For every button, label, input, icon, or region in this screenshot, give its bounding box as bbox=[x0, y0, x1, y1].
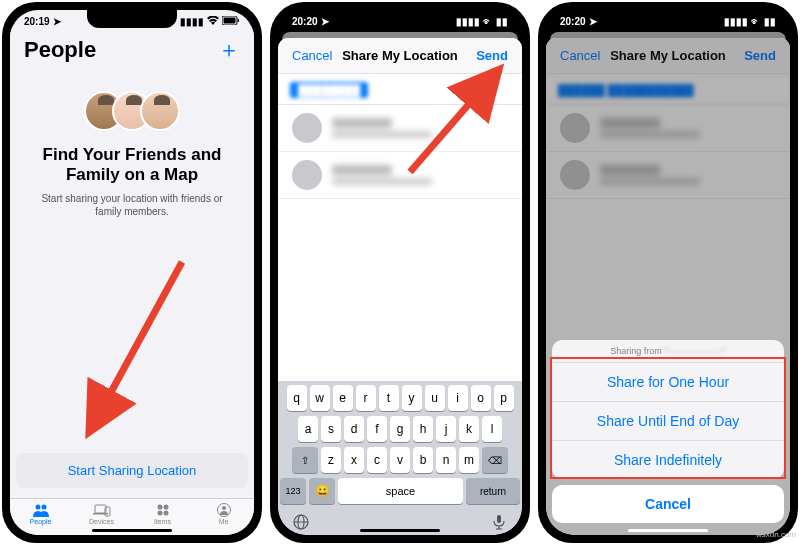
contact-suggestions bbox=[278, 105, 522, 199]
wifi-icon bbox=[207, 16, 219, 27]
tab-label: Devices bbox=[89, 518, 114, 525]
key-p[interactable]: p bbox=[494, 385, 514, 411]
svg-rect-2 bbox=[238, 19, 240, 22]
home-indicator[interactable] bbox=[628, 529, 708, 532]
notch bbox=[623, 10, 713, 28]
globe-icon[interactable] bbox=[292, 513, 310, 531]
notch bbox=[87, 10, 177, 28]
battery-icon: ▮▮ bbox=[764, 16, 776, 27]
key-o[interactable]: o bbox=[471, 385, 491, 411]
key-j[interactable]: j bbox=[436, 416, 456, 442]
key-shift[interactable]: ⇧ bbox=[292, 447, 318, 473]
watermark: wsxdn.com bbox=[756, 530, 796, 539]
phone-3: 20:20➤ ▮▮▮▮ᯤ▮▮ Cancel Share My Location … bbox=[538, 2, 798, 543]
key-delete[interactable]: ⌫ bbox=[482, 447, 508, 473]
wifi-icon: ᯤ bbox=[751, 16, 761, 27]
signal-icon: ▮▮▮▮ bbox=[724, 16, 748, 27]
key-b[interactable]: b bbox=[413, 447, 433, 473]
key-v[interactable]: v bbox=[390, 447, 410, 473]
svg-point-9 bbox=[163, 505, 168, 510]
screen-action-sheet: 20:20➤ ▮▮▮▮ᯤ▮▮ Cancel Share My Location … bbox=[546, 10, 790, 535]
key-r[interactable]: r bbox=[356, 385, 376, 411]
share-end-of-day[interactable]: Share Until End of Day bbox=[552, 402, 784, 441]
memoji-row bbox=[90, 91, 174, 131]
svg-point-11 bbox=[163, 511, 168, 516]
key-s[interactable]: s bbox=[321, 416, 341, 442]
key-space[interactable]: space bbox=[338, 478, 463, 504]
contact-row[interactable] bbox=[278, 152, 522, 199]
add-button[interactable]: ＋ bbox=[218, 35, 240, 65]
start-sharing-button[interactable]: Start Sharing Location bbox=[16, 453, 248, 488]
home-indicator[interactable] bbox=[360, 529, 440, 532]
send-button[interactable]: Send bbox=[464, 48, 508, 63]
svg-rect-6 bbox=[93, 513, 108, 515]
modal-card: Cancel Share My Location Send ██████ ███… bbox=[546, 38, 790, 535]
subtext: Start sharing your location with friends… bbox=[28, 192, 236, 218]
mic-icon[interactable] bbox=[490, 513, 508, 531]
contact-row[interactable] bbox=[278, 105, 522, 152]
key-c[interactable]: c bbox=[367, 447, 387, 473]
key-u[interactable]: u bbox=[425, 385, 445, 411]
notch bbox=[355, 10, 445, 28]
tab-me[interactable]: Me bbox=[193, 503, 254, 525]
me-icon bbox=[215, 503, 233, 517]
people-icon bbox=[32, 503, 50, 517]
key-i[interactable]: i bbox=[448, 385, 468, 411]
modal-card: Cancel Share My Location Send ████████ bbox=[278, 38, 522, 535]
key-a[interactable]: a bbox=[298, 416, 318, 442]
share-indefinitely[interactable]: Share Indefinitely bbox=[552, 441, 784, 479]
battery-icon: ▮▮ bbox=[496, 16, 508, 27]
svg-rect-5 bbox=[95, 505, 106, 513]
key-z[interactable]: z bbox=[321, 447, 341, 473]
key-m[interactable]: m bbox=[459, 447, 479, 473]
battery-icon bbox=[222, 16, 240, 27]
keyboard[interactable]: qwertyuiop asdfghjkl ⇧zxcvbnm⌫ 123 😀 spa… bbox=[278, 381, 522, 535]
headline: Find Your Friends and Family on a Map bbox=[28, 145, 236, 186]
share-one-hour[interactable]: Share for One Hour bbox=[552, 363, 784, 402]
key-numbers[interactable]: 123 bbox=[280, 478, 306, 504]
key-g[interactable]: g bbox=[390, 416, 410, 442]
home-indicator[interactable] bbox=[92, 529, 172, 532]
tab-items[interactable]: Items bbox=[132, 503, 193, 525]
svg-point-3 bbox=[35, 505, 40, 510]
key-l[interactable]: l bbox=[482, 416, 502, 442]
modal-header: Cancel Share My Location Send bbox=[278, 38, 522, 74]
location-arrow-icon: ➤ bbox=[321, 16, 329, 27]
key-x[interactable]: x bbox=[344, 447, 364, 473]
sheet-cancel[interactable]: Cancel bbox=[552, 485, 784, 523]
recipients-field[interactable]: ████████ bbox=[278, 74, 522, 105]
key-k[interactable]: k bbox=[459, 416, 479, 442]
key-n[interactable]: n bbox=[436, 447, 456, 473]
svg-rect-1 bbox=[224, 18, 236, 24]
screen-share-modal: 20:20➤ ▮▮▮▮ᯤ▮▮ Cancel Share My Location … bbox=[278, 10, 522, 535]
key-h[interactable]: h bbox=[413, 416, 433, 442]
sheet-label: Sharing from "······················" bbox=[552, 340, 784, 363]
location-arrow-icon: ➤ bbox=[589, 16, 597, 27]
signal-icon: ▮▮▮▮ bbox=[180, 16, 204, 27]
key-t[interactable]: t bbox=[379, 385, 399, 411]
modal-title: Share My Location bbox=[342, 48, 458, 63]
key-emoji[interactable]: 😀 bbox=[309, 478, 335, 504]
sheet-options-group: Sharing from "······················" Sh… bbox=[552, 340, 784, 479]
tab-people[interactable]: People bbox=[10, 503, 71, 525]
recipient-pill[interactable]: ████████ bbox=[290, 82, 368, 98]
svg-point-4 bbox=[41, 505, 46, 510]
location-arrow-icon: ➤ bbox=[53, 16, 61, 27]
tab-label: Items bbox=[154, 518, 171, 525]
key-return[interactable]: return bbox=[466, 478, 520, 504]
key-f[interactable]: f bbox=[367, 416, 387, 442]
key-y[interactable]: y bbox=[402, 385, 422, 411]
key-q[interactable]: q bbox=[287, 385, 307, 411]
key-e[interactable]: e bbox=[333, 385, 353, 411]
svg-rect-18 bbox=[497, 515, 501, 523]
page-title: People bbox=[24, 37, 96, 63]
key-w[interactable]: w bbox=[310, 385, 330, 411]
items-icon bbox=[154, 503, 172, 517]
tab-devices[interactable]: Devices bbox=[71, 503, 132, 525]
status-time: 20:20 bbox=[560, 16, 586, 27]
key-d[interactable]: d bbox=[344, 416, 364, 442]
cancel-button[interactable]: Cancel bbox=[292, 48, 336, 63]
signal-icon: ▮▮▮▮ bbox=[456, 16, 480, 27]
devices-icon bbox=[93, 503, 111, 517]
avatar bbox=[292, 160, 322, 190]
